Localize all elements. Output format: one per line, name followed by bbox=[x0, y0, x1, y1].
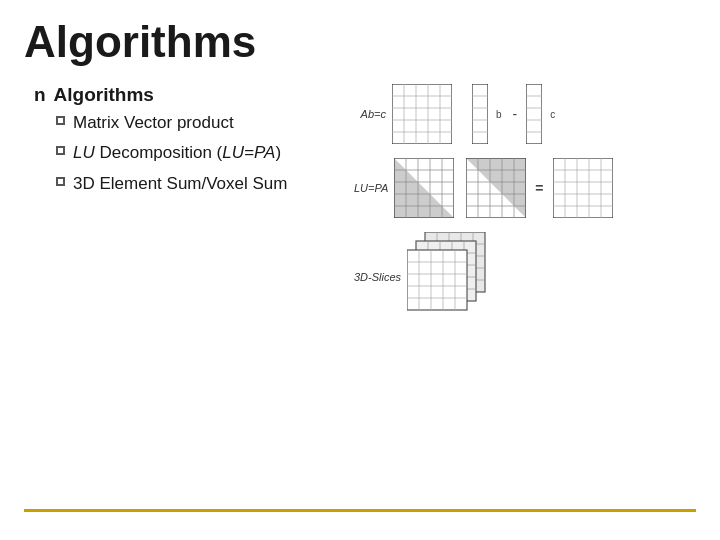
vector-b-diagram bbox=[472, 84, 488, 144]
page-title: Algorithms bbox=[24, 18, 696, 66]
equals-lu: = bbox=[535, 180, 543, 196]
bullet3-text: 3D Element Sum/Voxel Sum bbox=[73, 173, 287, 195]
matrix-U-diagram: U bbox=[466, 158, 526, 218]
bullet2-italic-prefix: LU bbox=[73, 143, 95, 162]
list-item: 3D Element Sum/Voxel Sum bbox=[56, 173, 334, 195]
matrix-PA-diagram: PA bbox=[553, 158, 613, 218]
diagram-row-abec: Ab=c A bbox=[354, 84, 696, 144]
bullet2-rest: Decomposition ( bbox=[95, 143, 223, 162]
bullet2-end: ) bbox=[275, 143, 281, 162]
text-section: n Algorithms Matrix Vector product LU De… bbox=[24, 84, 334, 322]
equals-symbol-1: b bbox=[496, 109, 502, 120]
content-area: n Algorithms Matrix Vector product LU De… bbox=[24, 84, 696, 322]
diagram-row-lupa: LU=PA L bbox=[354, 158, 696, 218]
diagrams-section: Ab=c A bbox=[344, 84, 696, 322]
bullet-list: Matrix Vector product LU Decomposition (… bbox=[34, 112, 334, 194]
3d-slices-diagram bbox=[407, 232, 517, 322]
slide: Algorithms n Algorithms Matrix Vector pr… bbox=[0, 0, 720, 540]
bullet2-italic-formula: LU=PA bbox=[222, 143, 275, 162]
list-item: Matrix Vector product bbox=[56, 112, 334, 134]
svg-rect-42 bbox=[553, 158, 613, 218]
sub-title: n Algorithms bbox=[34, 84, 334, 106]
diag-label-3d: 3D-Slices bbox=[354, 271, 401, 283]
svg-rect-15 bbox=[526, 84, 542, 144]
bullet-square-icon bbox=[56, 116, 65, 125]
c-label: c bbox=[550, 109, 555, 120]
diag-label-lupa: LU=PA bbox=[354, 182, 388, 194]
bullet-square-icon bbox=[56, 177, 65, 186]
bottom-accent-line bbox=[24, 509, 696, 512]
diag-label-abec: Ab=c bbox=[354, 108, 386, 120]
svg-rect-70 bbox=[407, 250, 467, 310]
svg-rect-10 bbox=[472, 84, 488, 144]
matrix-L-diagram: L bbox=[394, 158, 454, 218]
list-item: LU Decomposition (LU=PA) bbox=[56, 142, 334, 164]
bullet2-text: LU Decomposition (LU=PA) bbox=[73, 142, 281, 164]
minus-symbol: - bbox=[513, 106, 518, 122]
bullet-square-icon bbox=[56, 146, 65, 155]
matrix-A-diagram: A bbox=[392, 84, 452, 144]
svg-marker-31 bbox=[466, 158, 526, 218]
svg-rect-0 bbox=[392, 84, 452, 144]
section-title-label: Algorithms bbox=[54, 84, 154, 106]
svg-marker-20 bbox=[394, 158, 454, 218]
bullet1-text: Matrix Vector product bbox=[73, 112, 234, 134]
diagram-row-3d: 3D-Slices bbox=[354, 232, 696, 322]
vector-c-diagram bbox=[526, 84, 542, 144]
bullet-n: n bbox=[34, 84, 46, 106]
